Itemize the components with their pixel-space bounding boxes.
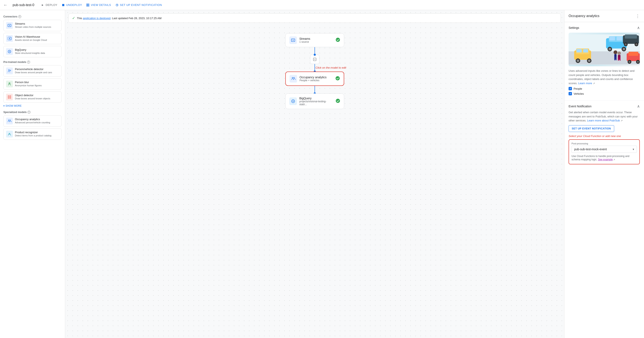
- external-link-icon: ↗: [593, 82, 595, 85]
- application-deployed-link[interactable]: application is deployed: [83, 17, 110, 20]
- deploy-button[interactable]: ▶ DEPLOY: [41, 3, 57, 7]
- main-layout: Connectors ? Streams Stream video from m…: [0, 10, 644, 338]
- svg-point-62: [614, 50, 617, 54]
- event-description: Get alerted when certain model events oc…: [568, 110, 640, 123]
- undeploy-icon: [62, 3, 65, 7]
- event-notification-title: Event Notification ∧: [568, 104, 640, 109]
- product-recognizer-icon: [6, 131, 13, 137]
- bigquery-flow-node[interactable]: BigQuery projects/visionai-testing-stabl…: [285, 93, 344, 109]
- svg-rect-15: [8, 96, 9, 97]
- connector-dot-1: [314, 54, 316, 56]
- vision-ai-icon: [6, 35, 13, 42]
- svg-rect-48: [609, 37, 615, 40]
- svg-marker-6: [9, 25, 10, 26]
- sidebar-item-streams[interactable]: Streams Stream video from multiple sourc…: [3, 20, 62, 31]
- status-check-icon: ✓: [72, 16, 75, 21]
- person-blur-icon: [6, 81, 13, 87]
- deploy-icon: ▶: [41, 3, 44, 7]
- people-checkbox[interactable]: [568, 87, 572, 90]
- view-details-button[interactable]: VIEW DETAILS: [86, 3, 111, 7]
- svg-rect-51: [625, 35, 637, 39]
- setup-event-icon: [115, 3, 119, 7]
- sidebar-item-person-blur[interactable]: Person blur Anonymize human figures: [3, 78, 62, 90]
- pretrained-section-title: Pre-trained models ?: [3, 61, 62, 64]
- svg-rect-2: [86, 5, 88, 6]
- click-hint: Click on the model to edit: [316, 66, 346, 69]
- specialized-help-icon[interactable]: ?: [28, 111, 30, 114]
- vehicles-checkbox[interactable]: [568, 92, 572, 95]
- bigquery-check-icon: [336, 98, 340, 104]
- svg-rect-1: [88, 4, 89, 5]
- svg-rect-40: [576, 49, 582, 52]
- external-link-icon-3: ↗: [613, 158, 615, 161]
- streams-check-icon: [336, 38, 340, 43]
- event-collapse-button[interactable]: ∧: [637, 104, 640, 109]
- post-processing-dropdown[interactable]: pub-sub-test-mock-event ▾: [572, 146, 637, 153]
- dropdown-arrow-icon: ▾: [633, 147, 634, 151]
- specialized-section-title: Specialized models ?: [3, 111, 62, 114]
- settings-title: Settings ∧: [568, 26, 640, 30]
- connectors-help-icon[interactable]: ?: [18, 15, 21, 18]
- page-title: pub-sub-test-0: [12, 3, 34, 7]
- streams-flow-node[interactable]: Streams 1 source: [285, 33, 344, 47]
- occupancy-flow-node[interactable]: Occupancy analytics People + vehicles: [285, 72, 344, 86]
- dot-grid: ✓ This application is deployed. Last upd…: [65, 10, 564, 338]
- streams-node-icon: [289, 36, 297, 44]
- object-detector-icon: [6, 94, 13, 100]
- setup-event-notification-button[interactable]: SET UP EVENT NOTIFICATION: [568, 125, 614, 132]
- svg-rect-41: [583, 49, 588, 52]
- svg-point-19: [8, 120, 9, 121]
- view-details-icon: [86, 3, 90, 7]
- svg-point-27: [292, 77, 293, 78]
- occupancy-flow-node-wrapper: Click on the model to edit Occupancy ana…: [285, 72, 344, 86]
- sidebar: Connectors ? Streams Stream video from m…: [0, 10, 65, 338]
- svg-point-47: [622, 48, 625, 50]
- dropdown-help-text: Use Cloud Functions to handle post-proce…: [572, 154, 637, 162]
- learn-more-link[interactable]: Learn more: [578, 82, 592, 85]
- show-more-button[interactable]: ▾ SHOW MORE: [3, 104, 62, 107]
- occupancy-check-icon: [335, 76, 340, 82]
- topbar: ← pub-sub-test-0 ▶ DEPLOY UNDEPLOY VIEW …: [0, 0, 644, 10]
- pretrained-help-icon[interactable]: ?: [27, 61, 30, 64]
- svg-point-61: [637, 61, 639, 63]
- svg-rect-57: [628, 52, 638, 56]
- occupancy-icon: [6, 118, 13, 124]
- svg-point-66: [618, 52, 621, 55]
- panel-menu-button[interactable]: ⋮: [636, 14, 640, 19]
- occupancy-illustration: [568, 33, 640, 66]
- right-panel: Occupancy analytics ⋮ Settings ∧: [564, 10, 644, 338]
- svg-rect-49: [616, 37, 622, 40]
- svg-point-13: [9, 83, 10, 84]
- svg-point-45: [608, 48, 611, 50]
- svg-rect-16: [10, 96, 11, 97]
- learn-more-pubsub-link[interactable]: Learn more about Pub/Sub: [587, 119, 620, 122]
- setup-event-button[interactable]: SET UP EVENT NOTIFICATION: [115, 3, 162, 7]
- svg-rect-69: [620, 57, 620, 61]
- back-button[interactable]: ←: [3, 3, 8, 7]
- svg-rect-64: [614, 57, 615, 60]
- sidebar-item-product-recognizer[interactable]: Product recognizer Detect items from a p…: [3, 128, 62, 140]
- dropdown-label: Post-processing: [572, 142, 637, 145]
- sidebar-item-object-detector[interactable]: Object detector Draw boxes around known …: [3, 91, 62, 103]
- svg-rect-17: [8, 97, 9, 98]
- sidebar-item-occupancy[interactable]: Occupancy analytics Advanced person/vehi…: [3, 115, 62, 127]
- topbar-actions: ▶ DEPLOY UNDEPLOY VIEW DETAILS SET UP EV…: [41, 3, 162, 7]
- connectors-section-title: Connectors ?: [3, 15, 62, 18]
- sidebar-item-bigquery[interactable]: BigQuery Store structured insights data: [3, 46, 62, 57]
- event-notification-section: Event Notification ∧ Get alerted when ce…: [564, 101, 644, 168]
- svg-point-29: [336, 76, 340, 80]
- svg-point-53: [625, 43, 627, 46]
- status-bar: ✓ This application is deployed. Last upd…: [68, 14, 561, 23]
- bigquery-node-icon: [289, 97, 297, 105]
- svg-marker-23: [293, 40, 294, 41]
- sidebar-item-vision-ai[interactable]: Vision AI Warehouse Assets stored on Goo…: [3, 33, 62, 44]
- connector-3: [314, 86, 315, 93]
- undeploy-button[interactable]: UNDEPLOY: [62, 3, 82, 7]
- svg-point-20: [10, 120, 10, 121]
- svg-point-39: [588, 59, 590, 62]
- settings-collapse-button[interactable]: ∧: [637, 26, 640, 30]
- flow-diagram: Streams 1 source: [65, 27, 564, 338]
- svg-rect-3: [88, 5, 89, 6]
- see-example-link[interactable]: See example: [598, 158, 613, 161]
- sidebar-item-person-vehicle[interactable]: Person/vehicle detector Draw boxes aroun…: [3, 65, 62, 77]
